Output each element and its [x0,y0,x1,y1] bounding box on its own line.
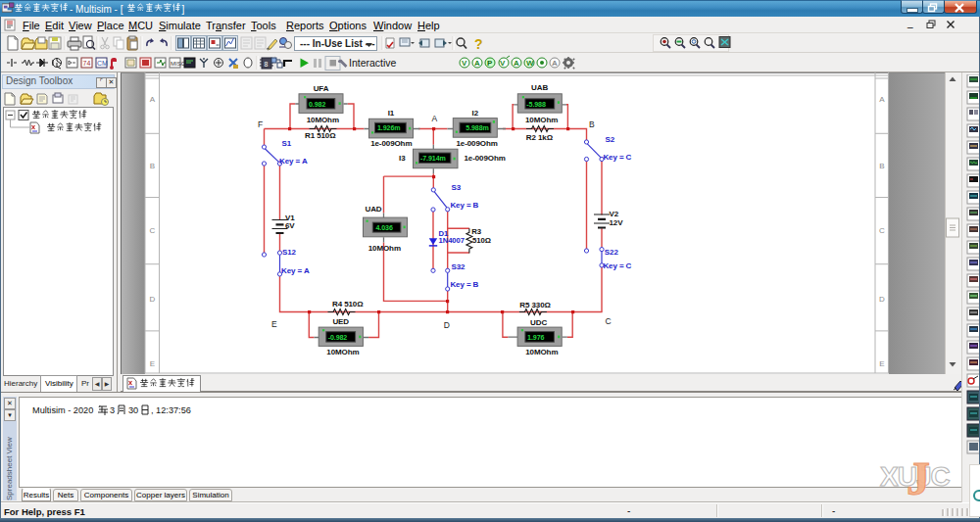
svg-text:S12: S12 [282,248,297,257]
svg-text:V: V [500,59,506,68]
svg-text:R5 330Ω: R5 330Ω [519,301,551,309]
svg-text:V: V [462,59,467,68]
svg-text:D: D [444,320,450,330]
svg-text:D: D [879,295,885,304]
svg-text:A: A [552,59,558,68]
svg-text:510Ω: 510Ω [472,236,491,245]
svg-text:F: F [258,119,263,129]
svg-text:B: B [150,162,155,170]
svg-text:Key = A: Key = A [279,157,308,166]
svg-text:UDC: UDC [530,318,547,327]
svg-text:Key = C: Key = C [603,261,631,270]
svg-text:UFA: UFA [314,84,329,93]
svg-text:A: A [879,95,885,104]
svg-text:CM: CM [97,60,108,67]
svg-text:P: P [487,59,493,68]
svg-text:1e-009Ohm: 1e-009Ohm [456,139,497,148]
svg-text:R2 1kΩ: R2 1kΩ [526,133,554,142]
svg-text:MISC: MISC [171,61,186,67]
svg-text:C: C [150,226,156,235]
svg-text:Key = A: Key = A [281,266,310,275]
svg-text:10MOhm: 10MOhm [525,348,558,356]
svg-text:C: C [606,316,612,326]
svg-text:Key = C: Key = C [603,153,631,162]
svg-text:B: B [589,119,595,129]
svg-text:10MOhm: 10MOhm [326,348,359,356]
svg-text:5.988m: 5.988m [466,124,488,132]
svg-text:1e-009Ohm: 1e-009Ohm [370,139,412,148]
svg-text:S1: S1 [282,139,292,148]
svg-text:UAB: UAB [531,83,548,92]
svg-text:10MOhm: 10MOhm [525,116,558,124]
svg-text:A: A [474,59,480,68]
svg-text:S3: S3 [451,183,461,192]
svg-text:Key = B: Key = B [450,201,478,210]
svg-text:10MOhm: 10MOhm [368,244,401,253]
svg-text:10MOhm: 10MOhm [307,116,339,124]
svg-text:-7.914m: -7.914m [420,155,446,163]
svg-text:-5.988: -5.988 [526,101,546,109]
svg-text:UED: UED [332,317,349,326]
svg-text:C: C [879,226,885,235]
svg-text:R4 510Ω: R4 510Ω [332,300,364,308]
svg-text:E: E [879,359,884,368]
svg-text:0.982: 0.982 [309,101,325,109]
svg-text:B: B [879,162,884,170]
svg-text:3: 3 [110,405,115,415]
svg-text:6V: 6V [285,221,295,230]
svg-text:Multisim - 2020: Multisim - 2020 [32,405,93,415]
svg-text:12V: 12V [610,218,624,227]
svg-text:, 12:37:56: , 12:37:56 [151,405,191,415]
svg-text:D: D [150,295,156,304]
svg-text:]: ] [182,4,185,15]
svg-text:-0.982: -0.982 [328,334,348,342]
svg-text:S32: S32 [452,262,466,271]
svg-text:1.926m: 1.926m [377,125,400,133]
svg-text:- Multisim - [: - Multisim - [ [70,4,123,15]
svg-text:S22: S22 [605,248,619,257]
svg-text:A: A [150,95,156,104]
svg-text:S2: S2 [606,135,615,144]
svg-text:E: E [271,319,277,329]
svg-text:8: 8 [265,61,269,68]
svg-text:I2: I2 [472,109,479,118]
svg-text:W: W [526,59,534,68]
svg-text:4.036: 4.036 [376,224,393,232]
svg-text:1N4007: 1N4007 [439,236,465,245]
svg-text:Interactive: Interactive [349,57,397,69]
svg-text:I3: I3 [399,154,406,163]
svg-text:UAD: UAD [365,205,381,214]
svg-text:A: A [432,114,438,123]
svg-text:1.976: 1.976 [527,334,544,342]
svg-text:74: 74 [83,60,91,67]
svg-text:E: E [150,359,155,368]
svg-text:1e-009Ohm: 1e-009Ohm [465,154,506,163]
svg-text:V2: V2 [610,210,619,218]
svg-text:Key = B: Key = B [450,280,478,289]
svg-text:?: ? [474,36,483,52]
svg-text:A: A [514,59,519,68]
svg-text:J: J [906,452,930,504]
svg-text:I1: I1 [388,109,395,118]
svg-text:30: 30 [128,405,138,415]
svg-text:R1 510Ω: R1 510Ω [305,131,336,140]
